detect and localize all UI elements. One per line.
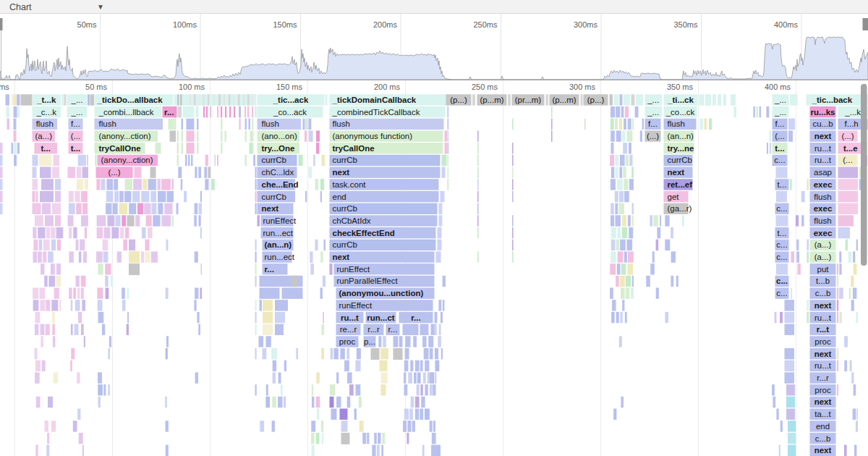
- svg-text:_co...ack: _co...ack: [273, 108, 307, 117]
- svg-text:ru...t: ru...t: [814, 361, 832, 370]
- svg-text:r...: r...: [411, 313, 420, 322]
- svg-text:end: end: [816, 422, 830, 431]
- svg-text:250ms: 250ms: [473, 20, 498, 29]
- svg-text:asap: asap: [814, 168, 832, 177]
- svg-text:_c...k: _c...k: [35, 108, 56, 117]
- svg-text:ru...t: ru...t: [341, 313, 359, 322]
- svg-text:runEffect: runEffect: [339, 301, 373, 310]
- svg-text:(...): (...): [108, 168, 120, 177]
- svg-text:cu...b: cu...b: [812, 119, 833, 128]
- svg-text:t...: t...: [71, 144, 80, 153]
- svg-text:next: next: [814, 301, 832, 310]
- svg-text:0 ms: 0 ms: [0, 83, 9, 91]
- svg-text:(anonymou...unction): (anonymou...unction): [339, 289, 424, 297]
- svg-text:t...: t...: [778, 180, 787, 189]
- svg-text:currCb: currCb: [333, 240, 358, 249]
- svg-text:c...: c...: [776, 240, 787, 249]
- svg-text:task.cont: task.cont: [333, 180, 367, 189]
- svg-text:ru...t: ru...t: [814, 156, 832, 164]
- svg-text:(an...n): (an...n): [265, 240, 292, 249]
- svg-text:(a...): (a...): [814, 240, 832, 249]
- svg-text:(p...): (p...): [450, 96, 467, 104]
- svg-text:_tic...back: _tic...back: [812, 96, 853, 104]
- svg-text:(...): (...): [841, 132, 854, 140]
- svg-text:ru...t: ru...t: [814, 144, 832, 153]
- svg-text:tryCallOne: tryCallOne: [333, 144, 375, 153]
- svg-text:next: next: [262, 204, 279, 213]
- svg-text:_...: _...: [647, 96, 659, 104]
- svg-text:currCb: currCb: [668, 156, 693, 164]
- svg-text:flush: flush: [814, 216, 831, 225]
- svg-text:currCb: currCb: [262, 156, 287, 164]
- svg-text:f...: f...: [71, 119, 80, 128]
- svg-text:proc: proc: [814, 337, 831, 346]
- svg-text:runEffect: runEffect: [263, 216, 297, 225]
- svg-text:tryCallOne: tryCallOne: [99, 144, 141, 153]
- svg-text:r...r: r...r: [817, 373, 829, 382]
- svg-text:run...ect: run...ect: [265, 253, 295, 261]
- svg-text:end: end: [333, 193, 346, 201]
- svg-text:(a...): (a...): [35, 132, 52, 140]
- svg-text:r...: r...: [164, 108, 174, 117]
- svg-text:next: next: [333, 168, 350, 177]
- svg-text:250 ms: 250 ms: [472, 83, 498, 91]
- svg-text:_combinedTickCallback: _combinedTickCallback: [332, 108, 420, 117]
- svg-text:put: put: [817, 265, 830, 274]
- svg-text:flush: flush: [333, 119, 350, 128]
- svg-text:che...End: che...End: [262, 180, 299, 189]
- svg-text:flush: flush: [36, 119, 54, 128]
- svg-text:300 ms: 300 ms: [569, 83, 596, 91]
- svg-text:(an...n): (an...n): [668, 132, 694, 140]
- svg-text:150ms: 150ms: [273, 20, 297, 29]
- svg-text:exec: exec: [814, 180, 833, 189]
- svg-text:(...): (...): [647, 132, 659, 140]
- svg-text:f...: f...: [775, 119, 785, 128]
- svg-text:ru...ks: ru...ks: [811, 108, 835, 117]
- svg-text:exec: exec: [814, 204, 833, 213]
- svg-text:currCb: currCb: [333, 156, 358, 164]
- svg-text:flush: flush: [262, 119, 279, 128]
- svg-text:c...: c...: [776, 289, 787, 297]
- svg-text:flush: flush: [668, 119, 685, 128]
- svg-text:t...: t...: [778, 229, 787, 237]
- svg-text:_...: _...: [647, 108, 659, 117]
- svg-text:(anony...ction): (anony...ction): [99, 132, 151, 140]
- svg-text:c...: c...: [774, 156, 785, 164]
- svg-text:chCbAtIdx: chCbAtIdx: [333, 216, 371, 225]
- svg-text:200ms: 200ms: [373, 20, 398, 29]
- svg-text:t...b: t...b: [816, 276, 830, 285]
- svg-text:_tickDo...allback: _tickDo...allback: [97, 96, 163, 104]
- svg-text:_...: _...: [774, 96, 786, 104]
- svg-text:flush: flush: [99, 119, 116, 128]
- svg-text:350 ms: 350 ms: [667, 83, 694, 91]
- svg-text:(...: (...: [775, 132, 784, 140]
- svg-text:100ms: 100ms: [173, 20, 197, 29]
- svg-text:exec: exec: [814, 229, 833, 237]
- svg-text:_co...ck: _co...ck: [665, 108, 695, 117]
- svg-text:next: next: [668, 168, 685, 177]
- svg-text:(anony...ction): (anony...ction): [101, 156, 153, 164]
- svg-text:c...b: c...b: [815, 434, 831, 443]
- svg-text:400ms: 400ms: [774, 20, 799, 29]
- svg-text:50 ms: 50 ms: [85, 83, 107, 91]
- svg-text:t...e: t...e: [843, 144, 858, 153]
- svg-text:150 ms: 150 ms: [276, 83, 303, 91]
- svg-text:proc: proc: [339, 337, 356, 346]
- svg-text:next: next: [333, 253, 350, 261]
- svg-text:try...ne: try...ne: [668, 144, 694, 153]
- svg-text:chC...ldx: chC...ldx: [262, 168, 294, 177]
- svg-text:r...: r...: [388, 325, 398, 334]
- svg-text:(pr...m): (pr...m): [515, 96, 542, 104]
- svg-text:(anonymous function): (anonymous function): [333, 132, 413, 140]
- svg-text:(ga...r): (ga...r): [668, 204, 692, 213]
- svg-text:300ms: 300ms: [574, 20, 598, 29]
- svg-text:c...: c...: [776, 276, 788, 285]
- svg-text:_tickDomainCallback: _tickDomainCallback: [332, 96, 417, 104]
- svg-text:400 ms: 400 ms: [765, 83, 791, 91]
- svg-text:c...b: c...b: [815, 289, 831, 297]
- svg-text:next: next: [814, 446, 832, 455]
- svg-text:ru...t: ru...t: [814, 313, 832, 322]
- svg-text:next: next: [814, 350, 832, 358]
- svg-text:get: get: [668, 193, 680, 201]
- svg-text:(p...m): (p...m): [552, 96, 576, 104]
